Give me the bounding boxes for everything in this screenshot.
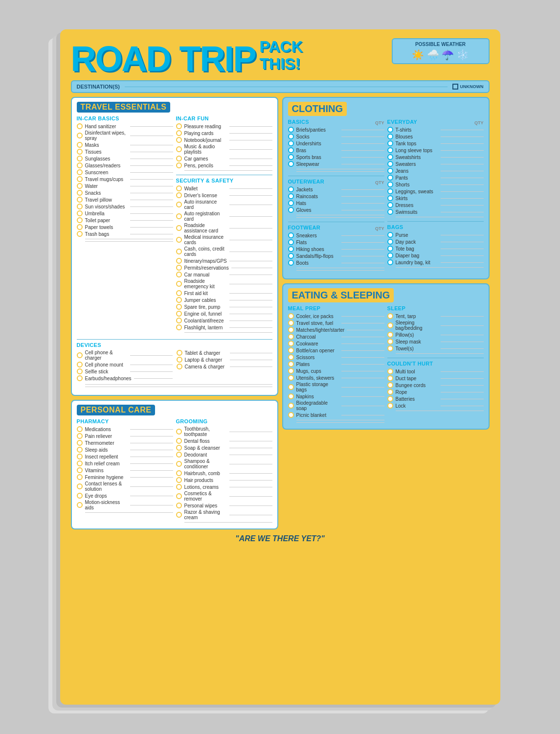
checkbox-circle[interactable] (77, 176, 83, 182)
checkbox-circle[interactable] (176, 281, 182, 287)
checkbox-circle[interactable] (77, 149, 83, 155)
checkbox-circle[interactable] (77, 440, 83, 446)
checkbox-circle[interactable] (176, 146, 182, 152)
checkbox-circle[interactable] (176, 429, 182, 435)
checkbox-circle[interactable] (176, 318, 182, 323)
checkbox-circle[interactable] (288, 260, 294, 266)
checkbox-circle[interactable] (288, 186, 294, 192)
checkbox-circle[interactable] (77, 133, 83, 138)
checkbox-circle[interactable] (176, 304, 182, 310)
checkbox-circle[interactable] (288, 239, 294, 245)
checkbox-circle[interactable] (288, 200, 294, 206)
checkbox-circle[interactable] (387, 232, 393, 238)
checkbox-circle[interactable] (176, 123, 182, 129)
checkbox-circle[interactable] (77, 493, 83, 499)
checkbox-circle[interactable] (77, 460, 83, 466)
checkbox-circle[interactable] (177, 350, 182, 356)
checkbox-circle[interactable] (176, 130, 182, 136)
checkbox-circle[interactable] (176, 311, 182, 317)
checkbox-circle[interactable] (288, 147, 294, 153)
checkbox-circle[interactable] (77, 142, 83, 148)
checkbox-circle[interactable] (387, 188, 393, 194)
checkbox-circle[interactable] (176, 213, 182, 219)
checkbox-circle[interactable] (77, 447, 83, 453)
checkbox-circle[interactable] (387, 182, 393, 187)
checkbox-circle[interactable] (176, 192, 182, 198)
checkbox-circle[interactable] (177, 364, 182, 369)
checkbox-circle[interactable] (387, 175, 393, 181)
checkbox-circle[interactable] (288, 393, 294, 399)
checkbox-circle[interactable] (176, 445, 182, 451)
checkbox-circle[interactable] (176, 438, 182, 444)
checkbox-circle[interactable] (288, 320, 294, 326)
checkbox-circle[interactable] (176, 156, 182, 161)
checkbox-circle[interactable] (77, 156, 83, 161)
checkbox-circle[interactable] (176, 237, 182, 243)
checkbox-circle[interactable] (77, 433, 83, 439)
checkbox-circle[interactable] (387, 127, 393, 133)
checkbox-circle[interactable] (77, 217, 83, 223)
checkbox-circle[interactable] (288, 341, 294, 346)
checkbox-circle[interactable] (176, 470, 182, 476)
checkbox-circle[interactable] (176, 297, 182, 303)
checkbox-circle[interactable] (77, 362, 83, 367)
checkbox-circle[interactable] (77, 483, 83, 489)
checkbox-circle[interactable] (176, 185, 182, 191)
checkbox-circle[interactable] (77, 352, 83, 358)
checkbox-circle[interactable] (288, 246, 294, 252)
checkbox-circle[interactable] (387, 161, 393, 167)
checkbox-circle[interactable] (288, 253, 294, 259)
checkbox-circle[interactable] (77, 123, 83, 129)
checkbox-circle[interactable] (288, 347, 294, 353)
checkbox-circle[interactable] (77, 224, 83, 230)
checkbox-circle[interactable] (176, 258, 182, 264)
checkbox-circle[interactable] (176, 137, 182, 143)
checkbox-circle[interactable] (387, 396, 393, 402)
checkbox-circle[interactable] (387, 209, 393, 215)
checkbox-circle[interactable] (288, 140, 294, 146)
checkbox-circle[interactable] (288, 368, 294, 374)
checkbox-circle[interactable] (387, 313, 393, 319)
checkbox-circle[interactable] (77, 368, 83, 374)
checkbox-circle[interactable] (288, 134, 294, 139)
checkbox-circle[interactable] (387, 368, 393, 374)
checkbox-circle[interactable] (387, 140, 393, 146)
checkbox-circle[interactable] (77, 467, 83, 473)
checkbox-circle[interactable] (176, 493, 182, 499)
checkbox-circle[interactable] (288, 375, 294, 381)
checkbox-circle[interactable] (176, 324, 182, 330)
checkbox-circle[interactable] (176, 503, 182, 508)
checkbox-circle[interactable] (77, 231, 83, 237)
checkbox-circle[interactable] (77, 474, 83, 480)
checkbox-circle[interactable] (77, 197, 83, 203)
checkbox-circle[interactable] (176, 272, 182, 277)
checkbox-circle[interactable] (176, 452, 182, 458)
checkbox-circle[interactable] (77, 426, 83, 432)
checkbox-circle[interactable] (176, 265, 182, 271)
checkbox-circle[interactable] (176, 249, 182, 254)
checkbox-circle[interactable] (288, 334, 294, 340)
checkbox-circle[interactable] (176, 202, 182, 207)
checkbox-circle[interactable] (387, 134, 393, 139)
checkbox-circle[interactable] (176, 484, 182, 490)
checkbox-circle[interactable] (387, 332, 393, 338)
checkbox-circle[interactable] (387, 252, 393, 258)
checkbox-circle[interactable] (288, 403, 294, 409)
checkbox-circle[interactable] (77, 502, 83, 508)
checkbox-circle[interactable] (387, 239, 393, 245)
checkbox-circle[interactable] (288, 313, 294, 319)
checkbox-circle[interactable] (387, 147, 393, 153)
checkbox-circle[interactable] (176, 225, 182, 231)
checkbox-circle[interactable] (77, 183, 83, 189)
checkbox-circle[interactable] (77, 190, 83, 196)
checkbox-circle[interactable] (176, 461, 182, 467)
checkbox-circle[interactable] (77, 375, 83, 381)
checkbox-circle[interactable] (176, 512, 182, 518)
checkbox-circle[interactable] (77, 454, 83, 459)
checkbox-circle[interactable] (387, 322, 393, 328)
checkbox-circle[interactable] (387, 339, 393, 344)
checkbox-circle[interactable] (288, 384, 294, 390)
checkbox-circle[interactable] (77, 210, 83, 216)
checkbox-circle[interactable] (387, 259, 393, 265)
checkbox-circle[interactable] (288, 361, 294, 367)
